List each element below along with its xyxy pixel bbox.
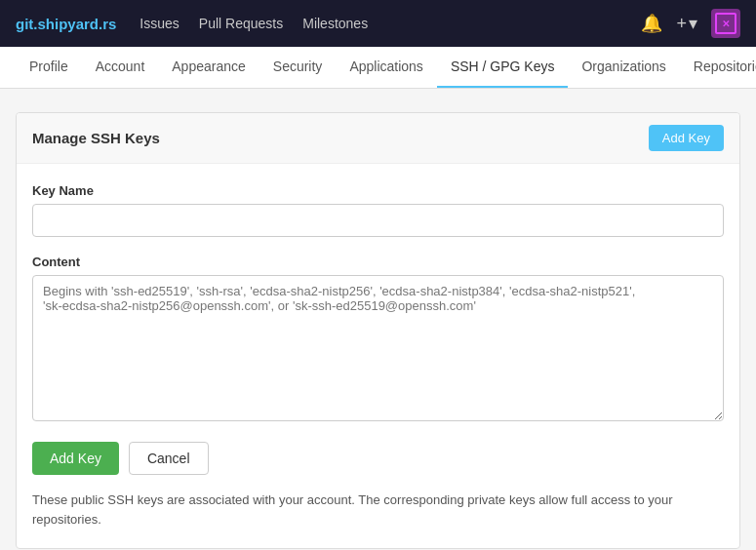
settings-tabs: Profile Account Appearance Security Appl… — [0, 47, 756, 89]
main-content: Manage SSH Keys Add Key Key Name Content… — [0, 89, 756, 550]
nav-pull-requests[interactable]: Pull Requests — [199, 16, 283, 31]
key-name-group: Key Name — [32, 183, 724, 237]
tab-ssh-gpg-keys[interactable]: SSH / GPG Keys — [437, 47, 569, 89]
tab-repositories[interactable]: Repositories — [680, 47, 756, 89]
key-name-label: Key Name — [32, 183, 724, 198]
avatar-inner: ✕ — [715, 13, 736, 34]
tab-applications[interactable]: Applications — [336, 47, 437, 89]
tab-security[interactable]: Security — [259, 47, 337, 89]
key-name-input[interactable] — [32, 204, 724, 237]
tab-appearance[interactable]: Appearance — [158, 47, 259, 89]
tab-account[interactable]: Account — [82, 47, 159, 89]
content-group: Content — [32, 255, 724, 424]
tab-profile[interactable]: Profile — [16, 47, 82, 89]
tab-organizations[interactable]: Organizations — [568, 47, 679, 89]
user-avatar[interactable]: ✕ — [711, 9, 740, 38]
bell-icon[interactable]: 🔔 — [641, 13, 662, 34]
content-textarea[interactable] — [32, 275, 724, 421]
add-key-header-button[interactable]: Add Key — [649, 125, 724, 151]
navbar-actions: 🔔 + ▾ ✕ — [641, 9, 740, 38]
manage-ssh-keys-card: Manage SSH Keys Add Key Key Name Content… — [16, 112, 740, 549]
nav-links: Issues Pull Requests Milestones — [139, 16, 617, 31]
submit-add-key-button[interactable]: Add Key — [32, 442, 119, 475]
navbar: git.shipyard.rs Issues Pull Requests Mil… — [0, 0, 756, 47]
chevron-down-icon: ▾ — [689, 13, 697, 34]
card-body: Key Name Content Add Key Cancel These pu… — [17, 164, 739, 548]
plus-label: + — [676, 14, 687, 34]
content-label: Content — [32, 255, 724, 269]
info-text: These public SSH keys are associated wit… — [32, 491, 724, 529]
nav-milestones[interactable]: Milestones — [302, 16, 368, 31]
cancel-button[interactable]: Cancel — [129, 442, 209, 475]
brand-link[interactable]: git.shipyard.rs — [16, 16, 116, 32]
card-title: Manage SSH Keys — [32, 130, 160, 146]
nav-issues[interactable]: Issues — [139, 16, 179, 31]
avatar-icon: ✕ — [722, 19, 730, 29]
card-header: Manage SSH Keys Add Key — [17, 113, 739, 164]
form-actions: Add Key Cancel — [32, 442, 724, 475]
create-plus-button[interactable]: + ▾ — [676, 13, 697, 34]
